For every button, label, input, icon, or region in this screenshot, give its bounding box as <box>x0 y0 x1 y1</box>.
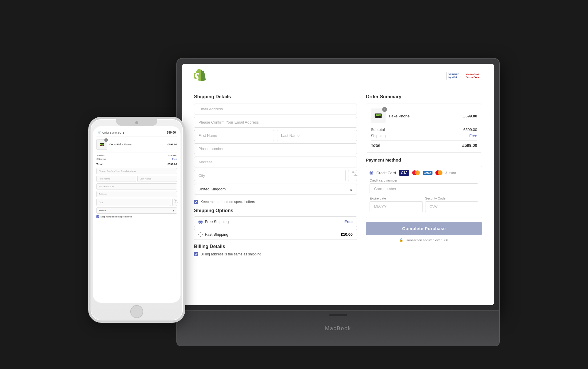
keep-updated-label: Keep me updated on special offers <box>201 200 255 204</box>
phone-product-badge: 1 <box>104 138 108 142</box>
visa-icon: VISA <box>399 170 409 176</box>
phone-order-summary-price: 599.00 <box>167 131 176 134</box>
order-summary-title: Order Summary <box>366 94 482 99</box>
verified-text: VERIFIED <box>448 73 459 76</box>
more-cards-label: & more <box>445 171 456 174</box>
free-shipping-price: Free <box>345 220 353 224</box>
billing-same-checkbox[interactable] <box>194 252 198 256</box>
phone-subtotal-line: Subtotal £599.00 <box>96 154 177 157</box>
laptop-screen: VERIFIED by VISA MasterCard. SecureCode. <box>182 64 494 305</box>
mastercard-icon <box>412 170 420 175</box>
total-line: Total £599.00 <box>371 140 477 148</box>
phone-product-price: £599.00 <box>167 143 177 146</box>
complete-purchase-button[interactable]: Complete Purchase <box>366 222 482 235</box>
free-shipping-radio[interactable] <box>198 220 203 224</box>
confirm-email-input[interactable] <box>194 117 357 128</box>
phone-zip-input[interactable] <box>172 199 177 206</box>
billing-title: Billing Details <box>194 244 357 249</box>
lock-icon: 🔒 <box>399 238 403 242</box>
city-zip-row: Zip code <box>194 170 357 181</box>
credit-card-radio[interactable] <box>370 171 373 175</box>
product-price: £599.00 <box>463 114 477 118</box>
phone-shipping-label: Shipping <box>96 158 106 160</box>
fast-shipping-price: £10.00 <box>341 232 353 237</box>
last-name-input[interactable] <box>277 130 357 141</box>
expire-label: Expire date <box>370 197 423 200</box>
email-input[interactable] <box>194 104 357 114</box>
laptop: VERIFIED by VISA MasterCard. SecureCode. <box>176 58 500 346</box>
phone-total-line: Total £599.00 <box>96 163 177 166</box>
shopify-logo <box>194 69 206 83</box>
free-shipping-label: Free Shipping <box>205 220 229 224</box>
phone-product-image: 📟 1 <box>96 139 107 150</box>
phone-confirm-email-input[interactable] <box>96 168 177 174</box>
phone-screen: 🛒 Order Summary ▲ 599.00 📟 1 Demo Fake P… <box>93 126 181 303</box>
phone-product-row: 📟 1 Demo Fake Phone £599.00 <box>96 139 177 150</box>
order-section: Order Summary 📟 1 Fake Phone £599.00 <box>366 94 482 299</box>
expiry-group: Expire date <box>370 197 423 215</box>
payment-title: Payment Method <box>366 157 482 162</box>
zip-input[interactable] <box>348 170 357 181</box>
product-quantity-badge: 1 <box>382 107 387 112</box>
name-row <box>194 130 357 141</box>
city-input[interactable] <box>194 170 346 181</box>
phone-camera <box>135 121 138 124</box>
payment-method-box: Credit Card VISA AMEX <box>366 166 482 218</box>
shipping-options-title: Shipping Options <box>194 208 357 213</box>
security-label: Security Code <box>425 197 478 200</box>
billing-same-row: Billing address is the same as shipping <box>194 252 357 256</box>
phone-checkbox-row: Keep me updated on special offers <box>96 215 177 218</box>
order-product-row: 📟 1 Fake Phone £599.00 <box>371 109 477 123</box>
cvv-input[interactable] <box>425 201 478 212</box>
phone-shipping-value: Free <box>172 158 177 160</box>
cc-expiry-cvv-row: Expire date Security Code <box>370 197 478 215</box>
phone-home-button[interactable] <box>130 305 143 318</box>
laptop-brand-label: MacBook <box>325 325 351 332</box>
ssl-text: Transaction secured over SSL <box>405 238 449 242</box>
fast-shipping-option[interactable]: Fast Shipping £10.00 <box>194 229 357 240</box>
phone-city-input[interactable] <box>96 199 171 206</box>
billing-same-label: Billing address is the same as shipping <box>201 252 261 256</box>
phone-summary-lines: Subtotal £599.00 Shipping Free <box>96 152 177 160</box>
scene: VERIFIED by VISA MasterCard. SecureCode. <box>88 23 500 346</box>
fast-shipping-radio[interactable] <box>198 232 203 237</box>
phone-subtotal-value: £599.00 <box>168 154 177 157</box>
credit-card-label: Credit Card <box>376 171 396 175</box>
country-select[interactable]: United Kingdom <box>194 184 357 195</box>
ssl-row: 🔒 Transaction secured over SSL <box>366 238 482 242</box>
keep-updated-checkbox[interactable] <box>194 200 198 204</box>
phone-order-summary-bar[interactable]: 🛒 Order Summary ▲ 599.00 <box>96 129 177 137</box>
phone-order-summary-label: Order Summary <box>102 131 121 134</box>
maestro-icon <box>435 170 442 175</box>
payment-badges: VERIFIED by VISA MasterCard. SecureCode. <box>446 72 482 80</box>
shipping-label: Shipping <box>371 134 386 138</box>
keep-updated-row: Keep me updated on special offers <box>194 200 357 204</box>
phone-country-select[interactable]: France <box>96 207 177 214</box>
phone-last-name-input[interactable] <box>137 176 177 182</box>
phone-keep-updated-checkbox[interactable] <box>96 215 99 218</box>
card-number-input[interactable] <box>370 183 478 194</box>
payment-method-row: Credit Card VISA AMEX <box>370 170 478 176</box>
address-input[interactable] <box>194 157 357 167</box>
total-label: Total <box>371 143 380 148</box>
phone-order-summary-left: 🛒 Order Summary ▲ <box>98 131 125 134</box>
expire-input[interactable] <box>370 201 423 212</box>
cc-number-label: Credit card number <box>370 179 478 182</box>
phone-input[interactable] <box>194 143 357 154</box>
subtotal-line: Subtotal £599.00 <box>371 127 477 132</box>
fast-shipping-label: Fast Shipping <box>205 232 228 237</box>
free-shipping-option[interactable]: Free Shipping Free <box>194 216 357 227</box>
first-name-input[interactable] <box>194 130 274 141</box>
phone-total-label: Total <box>96 163 103 166</box>
phone-address-input[interactable] <box>96 191 177 197</box>
shipping-section: Shipping Details <box>194 94 357 299</box>
phone-first-name-input[interactable] <box>96 176 136 182</box>
product-name: Fake Phone <box>389 114 460 118</box>
fast-shipping-left: Fast Shipping <box>198 232 228 237</box>
checkout-page: VERIFIED by VISA MasterCard. SecureCode. <box>182 64 494 305</box>
phone-city-zip-row: Zip code <box>96 199 177 206</box>
shipping-line: Shipping Free <box>371 134 477 138</box>
shipping-title: Shipping Details <box>194 94 357 99</box>
phone-phone-input[interactable] <box>96 183 177 190</box>
shipping-value: Free <box>469 134 477 138</box>
